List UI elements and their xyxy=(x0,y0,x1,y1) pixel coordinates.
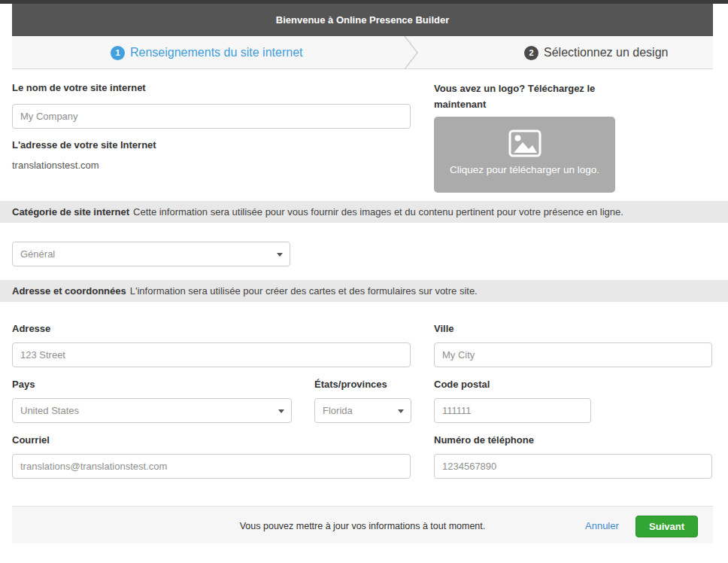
email-label: Courriel xyxy=(12,434,50,446)
street-label: Adresse xyxy=(12,323,50,334)
category-section-description: Cette information sera utilisée pour vou… xyxy=(133,206,623,218)
dropdown-caret-icon xyxy=(278,409,284,413)
logo-upload-text: Cliquez pour télécharger un logo. xyxy=(434,164,615,175)
logo-upload-dropzone[interactable]: Cliquez pour télécharger un logo. xyxy=(434,117,615,193)
site-address-label: L'adresse de votre site Internet xyxy=(12,139,156,151)
step-1-site-info[interactable]: 1 Renseignements du site internet xyxy=(111,36,302,69)
category-section-title: Catégorie de site internet xyxy=(12,206,129,218)
dropdown-caret-icon xyxy=(398,409,404,413)
category-select-value: Général xyxy=(20,248,55,260)
next-button[interactable]: Suivant xyxy=(635,516,698,537)
site-name-label: Le nom de votre site internet xyxy=(12,82,146,93)
wizard-dialog: Bienvenue à Online Presence Builder 1 Re… xyxy=(0,0,728,563)
category-section-header: Catégorie de site internet Cette informa… xyxy=(0,201,728,223)
dialog-footer: Vous pouvez mettre à jour vos informatio… xyxy=(12,506,713,543)
image-placeholder-icon xyxy=(508,129,541,157)
phone-label: Numéro de téléphone xyxy=(434,434,534,446)
address-section-title: Adresse et coordonnées xyxy=(12,285,126,297)
state-label: États/provinces xyxy=(314,379,387,390)
phone-input[interactable] xyxy=(434,454,712,479)
cancel-link[interactable]: Annuler xyxy=(585,520,619,531)
site-name-input[interactable] xyxy=(12,104,411,129)
address-section-description: L'information sera utilisée pour créer d… xyxy=(130,285,478,297)
state-select-value: Florida xyxy=(323,405,353,416)
dialog-title: Bienvenue à Online Presence Builder xyxy=(276,14,449,26)
category-select[interactable]: Général xyxy=(12,242,290,266)
step-1-label: Renseignements du site internet xyxy=(130,46,302,59)
city-input[interactable] xyxy=(434,342,712,367)
email-input[interactable] xyxy=(12,454,411,479)
state-select[interactable]: Florida xyxy=(314,398,411,423)
street-input[interactable] xyxy=(12,342,411,367)
site-address-value: translationstest.com xyxy=(12,160,99,171)
step-divider-chevron-icon xyxy=(404,36,419,69)
step-2-number-badge: 2 xyxy=(524,46,538,60)
city-label: Ville xyxy=(434,323,454,334)
postal-code-input[interactable] xyxy=(434,398,591,423)
step-1-number-badge: 1 xyxy=(111,46,125,60)
postal-code-label: Code postal xyxy=(434,379,490,390)
step-2-label: Sélectionnez un design xyxy=(544,46,668,59)
step-2-select-design[interactable]: 2 Sélectionnez un design xyxy=(524,36,668,69)
dialog-header: Bienvenue à Online Presence Builder xyxy=(12,4,713,36)
country-label: Pays xyxy=(12,379,35,390)
country-select[interactable]: United States xyxy=(12,398,292,423)
country-select-value: United States xyxy=(20,405,79,416)
address-section-header: Adresse et coordonnées L'information ser… xyxy=(0,280,728,302)
dropdown-caret-icon xyxy=(277,253,283,257)
step-indicator: 1 Renseignements du site internet 2 Séle… xyxy=(12,36,713,69)
logo-heading: Vous avez un logo? Téléchargez le mainte… xyxy=(434,81,623,112)
